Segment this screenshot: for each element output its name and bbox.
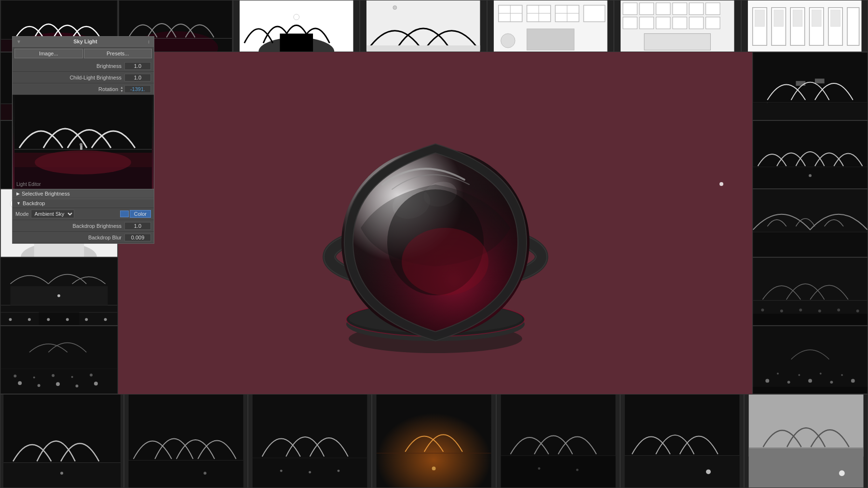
svg-rect-38 [689,17,703,29]
thumbnail-top-7[interactable] [741,0,868,52]
svg-point-86 [90,374,93,377]
svg-point-178 [80,143,82,146]
thumbnail-left-5[interactable] [0,326,118,394]
svg-point-148 [203,472,206,475]
svg-point-113 [787,381,790,383]
svg-point-85 [71,376,73,378]
thumbnail-right-4[interactable] [752,257,868,326]
svg-point-74 [85,318,88,321]
thumbnail-right-2[interactable] [752,120,868,189]
thumbnail-left-4[interactable] [0,257,118,326]
panel-title: Sky Light [73,39,97,44]
svg-point-162 [576,469,578,471]
svg-point-105 [780,309,783,312]
svg-point-119 [820,373,822,375]
thumbnail-top-4[interactable] [360,0,487,52]
rotation-input[interactable] [124,85,151,93]
spin-up-icon[interactable]: ▲ [120,86,123,89]
mode-row: Mode Ambient Sky Color [13,208,154,220]
svg-rect-11 [366,0,480,52]
thumbnail-top-3[interactable] [233,0,360,52]
svg-rect-45 [774,10,784,26]
svg-point-97 [809,174,812,177]
svg-rect-30 [656,3,670,15]
thumbnail-right-1[interactable] [752,52,868,120]
svg-rect-29 [639,3,653,15]
child-light-row: Child-Light Brightness [13,72,154,83]
panel-collapse-icon: ▼ [16,39,21,44]
backdrop-brightness-row: Backdrop Brightness [13,220,154,232]
svg-point-151 [309,471,311,474]
svg-point-117 [777,373,779,375]
rotation-spinner[interactable]: ▲ ▼ [120,86,123,92]
svg-rect-110 [753,314,868,325]
panel-titlebar[interactable]: ▼ Sky Light ↕ [13,37,154,47]
brightness-input[interactable] [124,62,151,70]
svg-point-150 [280,470,283,472]
svg-point-114 [808,379,812,382]
svg-point-104 [761,308,764,311]
svg-rect-43 [755,10,764,26]
right-thumbnail-col [752,52,868,394]
svg-point-161 [538,467,540,470]
svg-rect-143 [3,463,120,488]
rotation-row: Rotation ▲ ▼ [13,83,154,95]
selective-brightness-header[interactable]: ▶ Selective Brightness [13,189,154,198]
svg-point-10 [294,14,299,20]
thumbnail-right-3[interactable] [752,189,868,257]
svg-rect-168 [749,395,864,457]
svg-rect-47 [793,10,802,26]
backdrop-blur-input[interactable] [124,234,151,241]
svg-rect-33 [706,3,720,15]
image-button[interactable]: Image... [14,49,83,58]
svg-rect-177 [80,145,82,150]
svg-rect-36 [656,17,670,29]
svg-rect-28 [623,3,637,15]
svg-rect-101 [753,233,868,257]
thumbnail-bottom-2[interactable] [124,394,248,488]
svg-point-109 [856,309,859,312]
selective-brightness-label: Selective Brightness [22,191,70,197]
svg-point-115 [830,381,833,383]
svg-point-73 [66,318,69,321]
mode-label: Mode [15,211,29,217]
svg-rect-96 [753,168,868,188]
thumbnail-top-6[interactable] [614,0,741,52]
svg-rect-69 [39,312,80,325]
thumbnail-bottom-4[interactable] [372,394,496,488]
backdrop-header[interactable]: ▼ Backdrop [13,198,154,208]
presets-button[interactable]: Presets... [84,49,152,58]
svg-point-108 [837,308,840,311]
thumbnail-bottom-7[interactable] [744,394,868,488]
backdrop-label: Backdrop [23,200,45,206]
preview-label: Light Editor [16,182,41,187]
svg-rect-170 [749,448,864,488]
thumbnail-bottom-1[interactable] [0,394,124,488]
backdrop-brightness-input[interactable] [124,222,151,230]
thumbnail-right-5[interactable] [752,326,868,394]
thumbnail-bottom-3[interactable] [248,394,372,488]
bottom-thumbnail-strip [0,394,868,488]
svg-rect-89 [815,79,825,83]
thumbnail-bottom-5[interactable] [496,394,620,488]
svg-rect-149 [253,395,367,488]
svg-point-83 [33,377,35,379]
svg-rect-160 [501,456,615,488]
color-button[interactable]: Color [130,210,151,218]
thumbnail-bottom-6[interactable] [620,394,744,488]
thumbnail-top-5[interactable] [487,0,614,52]
svg-point-118 [798,374,800,376]
svg-rect-31 [673,3,687,15]
svg-point-166 [706,469,711,474]
spin-down-icon[interactable]: ▼ [120,89,123,92]
svg-rect-12 [366,45,480,52]
selective-expand-icon: ▶ [16,191,20,196]
svg-point-140 [402,228,488,295]
svg-point-75 [104,318,107,321]
svg-point-72 [47,318,50,321]
svg-point-120 [841,374,843,376]
child-light-input[interactable] [124,74,151,81]
viewport-star [719,182,723,186]
mode-dropdown[interactable]: Ambient Sky [31,210,74,218]
rotation-label: Rotation [15,86,120,92]
